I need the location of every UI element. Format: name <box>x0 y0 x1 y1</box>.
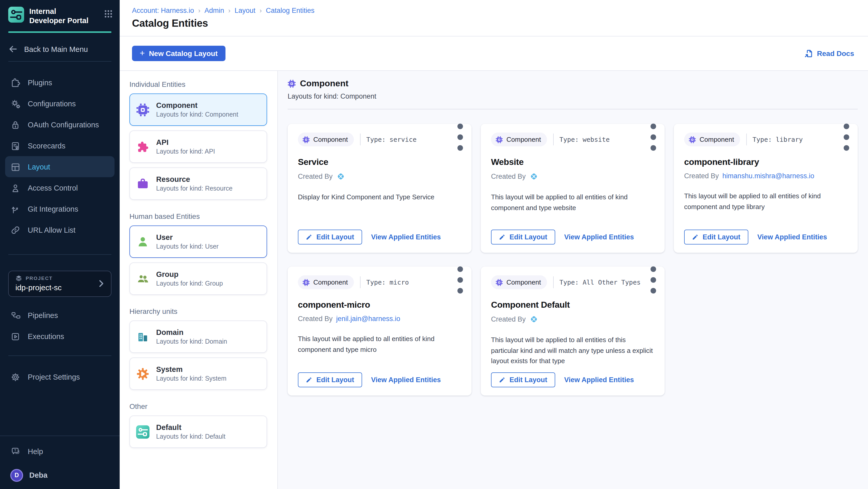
sidebar-item-layout[interactable]: Layout <box>5 156 115 177</box>
entity-text: ResourceLayouts for kind: Resource <box>156 175 232 192</box>
sidebar-item-scorecards[interactable]: Scorecards <box>5 135 115 156</box>
entity-group-label: Human based Entities <box>129 212 267 220</box>
kind-divider <box>288 109 858 110</box>
sidebar-item-configurations[interactable]: Configurations <box>5 93 115 114</box>
created-by-label: Created By <box>298 173 333 180</box>
new-catalog-layout-label: New Catalog Layout <box>149 49 218 58</box>
user-name: Deba <box>29 471 48 479</box>
sidebar-item-project-settings[interactable]: Project Settings <box>5 366 115 387</box>
entity-title: Component <box>156 101 238 110</box>
entity-kind-default[interactable]: DefaultLayouts for kind: Default <box>129 416 267 448</box>
card-menu-kebab-icon[interactable] <box>456 275 465 285</box>
read-docs-link[interactable]: Read Docs <box>804 49 854 58</box>
entity-kind-resource[interactable]: ResourceLayouts for kind: Resource <box>129 167 267 200</box>
edit-layout-button[interactable]: Edit Layout <box>491 230 555 245</box>
creator-email-link[interactable]: jenil.jain@harness.io <box>336 315 400 323</box>
divider <box>553 133 554 145</box>
entity-kind-system[interactable]: SystemLayouts for kind: System <box>129 358 267 390</box>
person-outline-icon <box>10 183 21 193</box>
user-person-icon <box>136 235 150 248</box>
edit-layout-button[interactable]: Edit Layout <box>684 230 748 245</box>
api-puzzle-icon <box>136 140 150 153</box>
git-branch-icon <box>10 204 21 214</box>
breadcrumb-separator-icon: › <box>260 7 262 14</box>
default-logo-icon <box>136 425 150 438</box>
entity-subtitle: Layouts for kind: Domain <box>156 338 227 345</box>
project-selector[interactable]: PROJECT idp-project-sc <box>8 271 112 297</box>
puzzle-outline-icon <box>10 77 21 88</box>
entity-kind-user[interactable]: UserLayouts for kind: User <box>129 225 267 258</box>
card-menu-kebab-icon[interactable] <box>649 275 658 285</box>
edit-layout-button[interactable]: Edit Layout <box>298 372 362 387</box>
harness-logo-icon[interactable] <box>529 315 538 324</box>
entity-subtitle: Layouts for kind: Group <box>156 280 223 287</box>
entity-kind-domain[interactable]: DomainLayouts for kind: Domain <box>129 320 267 353</box>
edit-layout-button[interactable]: Edit Layout <box>298 230 362 245</box>
resource-briefcase-icon <box>136 177 150 190</box>
entity-text: DomainLayouts for kind: Domain <box>156 328 227 345</box>
sidebar-item-git-integrations[interactable]: Git Integrations <box>5 198 115 219</box>
sidebar-item-label: Project Settings <box>28 373 80 381</box>
sidebar-item-executions[interactable]: Executions <box>5 326 115 347</box>
entity-kind-api[interactable]: APILayouts for kind: API <box>129 130 267 163</box>
kind-badge-label: Component <box>700 135 734 143</box>
page-header: Account: Harness.io›Admin›Layout›Catalog… <box>120 0 868 36</box>
edit-layout-label: Edit Layout <box>316 376 354 384</box>
sidebar-item-label: URL Allow List <box>28 226 75 234</box>
avatar: D <box>10 469 23 482</box>
kind-panel: Component Layouts for kind: Component Co… <box>278 71 868 489</box>
brand-title: Internal Developer Portal <box>29 7 90 25</box>
view-applied-entities-link[interactable]: View Applied Entities <box>371 233 441 241</box>
edit-layout-button[interactable]: Edit Layout <box>491 372 555 387</box>
content-area: Individual EntitiesComponentLayouts for … <box>120 71 868 489</box>
view-applied-entities-link[interactable]: View Applied Entities <box>371 376 441 384</box>
entity-kind-component[interactable]: ComponentLayouts for kind: Component <box>129 93 267 126</box>
breadcrumb-separator-icon: › <box>198 7 200 14</box>
sidebar-item-label: Access Control <box>28 184 78 192</box>
harness-logo-icon[interactable] <box>529 172 538 181</box>
sidebar-item-access-control[interactable]: Access Control <box>5 177 115 198</box>
entity-kind-group[interactable]: GroupLayouts for kind: Group <box>129 263 267 295</box>
pencil-icon <box>306 376 312 383</box>
view-applied-entities-link[interactable]: View Applied Entities <box>564 376 634 384</box>
sidebar-item-help[interactable]: ?Help <box>5 441 115 462</box>
view-applied-entities-link[interactable]: View Applied Entities <box>757 233 827 241</box>
card-header: ComponentType: All Other Types <box>491 275 654 289</box>
entity-text: SystemLayouts for kind: System <box>156 365 226 382</box>
entity-subtitle: Layouts for kind: User <box>156 243 219 250</box>
app-grid-icon[interactable] <box>104 10 113 18</box>
sidebar-divider <box>8 61 112 62</box>
sidebar-item-url-allow-list[interactable]: URL Allow List <box>5 219 115 240</box>
sidebar-item-oauth-configurations[interactable]: OAuth Configurations <box>5 114 115 135</box>
creator-email-link[interactable]: himanshu.mishra@harness.io <box>722 172 814 180</box>
kind-badge: Component <box>298 275 354 289</box>
breadcrumb-item[interactable]: Admin <box>205 7 224 14</box>
layout-title: component-library <box>684 157 847 167</box>
card-menu-kebab-icon[interactable] <box>842 132 851 142</box>
card-header: ComponentType: service <box>298 132 461 146</box>
type-label: Type: library <box>752 135 803 143</box>
divider <box>360 276 361 288</box>
view-applied-entities-link[interactable]: View Applied Entities <box>564 233 634 241</box>
back-to-main-menu[interactable]: Back to Main Menu <box>0 44 120 54</box>
breadcrumb-item[interactable]: Catalog Entities <box>266 7 314 14</box>
entity-subtitle: Layouts for kind: System <box>156 375 226 382</box>
breadcrumb-item[interactable]: Account: Harness.io <box>132 7 194 14</box>
divider <box>360 133 361 145</box>
card-menu-kebab-icon[interactable] <box>456 132 465 142</box>
entity-group-label: Hierarchy units <box>129 307 267 315</box>
entity-text: APILayouts for kind: API <box>156 138 215 155</box>
created-by-row: Created Byjenil.jain@harness.io <box>298 315 461 323</box>
sidebar-item-pipelines[interactable]: Pipelines <box>5 305 115 326</box>
sidebar-item-plugins[interactable]: Plugins <box>5 72 115 93</box>
harness-logo-icon[interactable] <box>336 172 345 181</box>
user-menu[interactable]: D Deba <box>5 464 115 486</box>
layout-icon <box>10 161 21 172</box>
breadcrumb-item[interactable]: Layout <box>235 7 255 14</box>
edit-layout-label: Edit Layout <box>316 233 354 241</box>
layout-card-component-micro: ComponentType: microcomponent-microCreat… <box>288 267 471 396</box>
new-catalog-layout-button[interactable]: + New Catalog Layout <box>132 46 225 61</box>
kind-header: Component <box>288 79 858 89</box>
card-menu-kebab-icon[interactable] <box>649 132 658 142</box>
system-gear-icon <box>136 367 150 380</box>
